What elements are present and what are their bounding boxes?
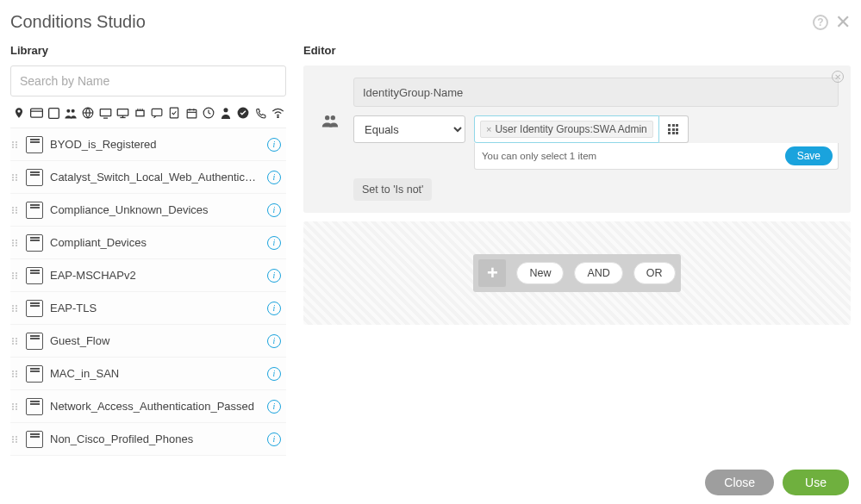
svg-rect-16 — [152, 109, 162, 115]
info-icon[interactable]: i — [267, 334, 281, 348]
person-icon[interactable] — [217, 103, 234, 122]
info-icon[interactable]: i — [267, 138, 281, 152]
use-button[interactable]: Use — [783, 470, 849, 495]
location-pin-icon[interactable] — [10, 103, 28, 122]
library-item[interactable]: BYOD_is_Registered i — [10, 128, 286, 161]
desktop-icon[interactable] — [114, 103, 131, 122]
library-item-label: Compliance_Unknown_Devices — [50, 203, 260, 216]
library-item-label: Guest_Flow — [50, 334, 260, 347]
svg-rect-18 — [187, 109, 197, 117]
value-input[interactable]: × User Identity Groups:SWA Admin — [474, 115, 659, 143]
library-item[interactable]: Compliance_Unknown_Devices i — [10, 194, 286, 227]
library-item[interactable]: Compliant_Devices i — [10, 227, 286, 259]
save-button[interactable]: Save — [785, 146, 833, 165]
grid-icon — [668, 124, 678, 134]
attribute-value: IdentityGroup·Name — [363, 86, 463, 99]
users-icon[interactable] — [62, 103, 79, 122]
library-item[interactable]: EAP-MSCHAPv2 i — [10, 259, 286, 292]
info-icon[interactable]: i — [267, 400, 281, 414]
library-list[interactable]: BYOD_is_Registered i Catalyst_Switch_Loc… — [10, 128, 286, 456]
editor-panel: Editor ✕ IdentityGroup·Name Equals — [303, 39, 851, 456]
drag-handle-icon[interactable] — [10, 436, 19, 443]
library-item-label: Network_Access_Authentication_Passed — [50, 400, 260, 413]
drag-handle-icon[interactable] — [10, 338, 19, 345]
info-icon[interactable]: i — [267, 432, 281, 446]
and-button[interactable]: AND — [574, 262, 622, 284]
search-input[interactable] — [10, 65, 286, 96]
svg-point-27 — [331, 115, 335, 120]
info-icon[interactable]: i — [267, 236, 281, 250]
library-item[interactable]: Network_Access_Authentication_Passed i — [10, 390, 286, 423]
globe-icon[interactable] — [79, 103, 97, 122]
library-item-label: EAP-TLS — [50, 302, 260, 314]
monitor-icon[interactable] — [97, 103, 114, 122]
drag-handle-icon[interactable] — [10, 403, 19, 410]
info-icon[interactable]: i — [267, 269, 281, 283]
wifi-icon[interactable] — [269, 103, 286, 122]
condition-icon — [26, 234, 43, 252]
drag-handle-icon[interactable] — [10, 370, 19, 377]
plus-icon: + — [478, 259, 506, 287]
drag-handle-icon[interactable] — [10, 207, 19, 214]
drag-handle-icon[interactable] — [10, 272, 19, 279]
dialog-header: Conditions Studio ? ✕ — [10, 9, 851, 39]
editor-title: Editor — [303, 44, 851, 57]
svg-rect-17 — [170, 108, 178, 118]
check-doc-icon[interactable] — [165, 103, 183, 122]
library-item-label: Catalyst_Switch_Local_Web_Authentication — [50, 171, 260, 184]
clock-icon[interactable] — [200, 103, 217, 122]
value-dropdown: You can only select 1 item Save — [474, 143, 839, 170]
attribute-field[interactable]: IdentityGroup·Name — [353, 78, 839, 107]
calendar-icon[interactable] — [183, 103, 200, 122]
library-item-label: Non_Cisco_Profiled_Phones — [50, 432, 260, 445]
or-button[interactable]: OR — [633, 262, 676, 284]
library-item-label: Compliant_Devices — [50, 236, 260, 249]
check-circle-icon[interactable] — [234, 103, 252, 122]
header-actions: ? ✕ — [813, 15, 851, 30]
operator-select[interactable]: Equals — [353, 115, 465, 143]
svg-rect-9 — [117, 109, 128, 115]
drag-handle-icon[interactable] — [10, 305, 19, 312]
drag-handle-icon[interactable] — [10, 240, 19, 246]
condition-icon — [26, 202, 43, 219]
svg-point-4 — [72, 109, 75, 112]
device-box-icon[interactable] — [45, 103, 62, 122]
info-icon[interactable]: i — [267, 302, 281, 315]
info-icon[interactable]: i — [267, 203, 281, 217]
svg-rect-12 — [135, 110, 143, 116]
card-icon[interactable] — [28, 103, 45, 122]
logic-drop-zone[interactable]: + New AND OR — [303, 221, 851, 325]
drag-handle-icon[interactable] — [10, 141, 19, 148]
chip-label: User Identity Groups:SWA Admin — [495, 123, 646, 135]
dialog-footer: Close Use — [705, 470, 849, 495]
set-is-not-button[interactable]: Set to 'Is not' — [353, 178, 432, 201]
close-icon[interactable]: ✕ — [835, 15, 851, 30]
drag-handle-icon[interactable] — [10, 174, 19, 181]
library-item[interactable]: EAP-TLS i — [10, 292, 286, 325]
library-item[interactable]: Catalyst_Switch_Local_Web_Authentication… — [10, 161, 286, 194]
port-icon[interactable] — [131, 103, 148, 122]
close-button[interactable]: Close — [705, 470, 774, 495]
svg-rect-7 — [100, 109, 111, 115]
condition-icon — [26, 333, 43, 350]
help-icon[interactable]: ? — [813, 15, 828, 30]
value-hint-text: You can only select 1 item — [482, 151, 596, 161]
info-icon[interactable]: i — [267, 171, 281, 184]
library-item-label: MAC_in_SAN — [50, 367, 260, 380]
library-item[interactable]: MAC_in_SAN i — [10, 358, 286, 390]
info-icon[interactable]: i — [267, 367, 281, 381]
library-item[interactable]: Guest_Flow i — [10, 325, 286, 358]
library-item[interactable]: Non_Cisco_Profiled_Phones i — [10, 423, 286, 456]
svg-point-3 — [66, 109, 70, 112]
condition-icon — [26, 300, 43, 317]
svg-point-26 — [325, 115, 329, 120]
value-picker-button[interactable] — [659, 115, 689, 143]
svg-rect-0 — [30, 109, 42, 117]
svg-rect-2 — [48, 108, 59, 118]
svg-point-25 — [277, 116, 278, 117]
new-button[interactable]: New — [516, 262, 564, 284]
chip-remove-icon[interactable]: × — [486, 124, 491, 134]
message-icon[interactable] — [148, 103, 165, 122]
phone-icon[interactable] — [252, 103, 269, 122]
remove-condition-icon[interactable]: ✕ — [832, 71, 844, 83]
